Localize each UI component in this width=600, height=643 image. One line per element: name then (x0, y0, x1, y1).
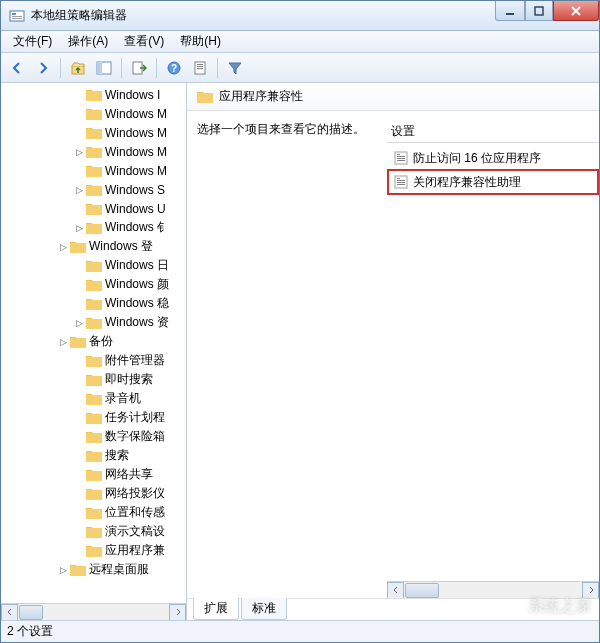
tree-item[interactable]: ▷Windows M (1, 142, 186, 161)
tree-item[interactable]: 演示文稿设 (1, 522, 186, 541)
expander-icon[interactable] (73, 393, 85, 405)
expander-icon[interactable]: ▷ (73, 184, 85, 196)
help-button[interactable]: ? (162, 56, 186, 80)
expander-icon[interactable]: ▷ (73, 317, 85, 329)
expander-icon[interactable] (73, 526, 85, 538)
tree-item-label: Windows M (105, 164, 167, 178)
expander-icon[interactable]: ▷ (73, 146, 85, 158)
titlebar[interactable]: 本地组策略编辑器 (1, 1, 599, 31)
expander-icon[interactable] (73, 450, 85, 462)
menu-view[interactable]: 查看(V) (116, 31, 172, 52)
scroll-left-button[interactable] (1, 604, 18, 621)
expander-icon[interactable] (73, 469, 85, 481)
tree-item[interactable]: ▷备份 (1, 332, 186, 351)
statusbar: 2 个设置 (1, 620, 599, 642)
expander-icon[interactable]: ▷ (57, 241, 69, 253)
forward-button[interactable] (31, 56, 55, 80)
tree-item[interactable]: Windows 日 (1, 256, 186, 275)
expander-icon[interactable] (73, 203, 85, 215)
folder-icon (197, 90, 213, 103)
tree-item[interactable]: 任务计划程 (1, 408, 186, 427)
tree-item[interactable]: 搜索 (1, 446, 186, 465)
back-button[interactable] (5, 56, 29, 80)
tree-item[interactable]: Windows M (1, 123, 186, 142)
svg-rect-18 (397, 156, 405, 157)
menu-action[interactable]: 操作(A) (60, 31, 116, 52)
tab-extended[interactable]: 扩展 (193, 598, 239, 620)
window-controls (495, 1, 599, 30)
expander-icon[interactable] (73, 355, 85, 367)
expander-icon[interactable] (73, 165, 85, 177)
expander-icon[interactable] (73, 488, 85, 500)
setting-label: 防止访问 16 位应用程序 (413, 150, 541, 167)
tree-item-label: Windows S (105, 183, 165, 197)
expander-icon[interactable]: ▷ (57, 336, 69, 348)
expander-icon[interactable] (73, 545, 85, 557)
tree-item[interactable]: ▷Windows 资 (1, 313, 186, 332)
show-hide-tree-button[interactable] (92, 56, 116, 80)
tree-item[interactable]: ▷远程桌面服 (1, 560, 186, 579)
expander-icon[interactable] (73, 412, 85, 424)
tree-item[interactable]: Windows M (1, 104, 186, 123)
maximize-button[interactable] (525, 1, 553, 21)
tree-item-label: 附件管理器 (105, 352, 165, 369)
tab-standard[interactable]: 标准 (241, 598, 287, 620)
up-button[interactable] (66, 56, 90, 80)
tree-item[interactable]: 录音机 (1, 389, 186, 408)
tree-item[interactable]: 网络投影仪 (1, 484, 186, 503)
detail-body: 选择一个项目来查看它的描述。 设置 防止访问 16 位应用程序关闭程序兼容性助理 (187, 111, 599, 598)
tree-item[interactable]: 应用程序兼 (1, 541, 186, 560)
tree-item[interactable]: ▷Windows S (1, 180, 186, 199)
detail-settings-pane: 设置 防止访问 16 位应用程序关闭程序兼容性助理 (387, 121, 599, 598)
expander-icon[interactable] (73, 431, 85, 443)
expander-icon[interactable] (73, 89, 85, 101)
expander-icon[interactable] (73, 374, 85, 386)
expander-icon[interactable] (73, 260, 85, 272)
svg-rect-3 (12, 18, 22, 19)
scroll-left-button[interactable] (387, 582, 404, 599)
expander-icon[interactable] (73, 507, 85, 519)
tree-item[interactable]: Windows I (1, 85, 186, 104)
tree-item-label: Windows M (105, 145, 167, 159)
column-header-setting[interactable]: 设置 (387, 121, 599, 143)
expander-icon[interactable] (73, 298, 85, 310)
minimize-button[interactable] (495, 1, 525, 21)
scroll-thumb[interactable] (19, 605, 43, 620)
filter-button[interactable] (223, 56, 247, 80)
detail-horizontal-scrollbar[interactable] (387, 581, 599, 598)
detail-title: 应用程序兼容性 (219, 88, 303, 105)
tree-item[interactable]: ▷Windows 钅 (1, 218, 186, 237)
tree-item[interactable]: 附件管理器 (1, 351, 186, 370)
tree-item[interactable]: Windows M (1, 161, 186, 180)
tree-horizontal-scrollbar[interactable] (1, 603, 186, 620)
close-button[interactable] (553, 1, 599, 21)
expander-icon[interactable]: ▷ (57, 564, 69, 576)
tree-item[interactable]: 数字保险箱 (1, 427, 186, 446)
detail-description-pane: 选择一个项目来查看它的描述。 (197, 121, 387, 598)
setting-label: 关闭程序兼容性助理 (413, 174, 521, 191)
scroll-right-button[interactable] (582, 582, 599, 599)
menu-file[interactable]: 文件(F) (5, 31, 60, 52)
scroll-right-button[interactable] (169, 604, 186, 621)
tree-item[interactable]: Windows U (1, 199, 186, 218)
bottom-tabs: 扩展 标准 (187, 598, 599, 620)
expander-icon[interactable] (73, 127, 85, 139)
tree-item[interactable]: 位置和传感 (1, 503, 186, 522)
setting-item[interactable]: 关闭程序兼容性助理 (387, 169, 599, 195)
expander-icon[interactable] (73, 279, 85, 291)
expander-icon[interactable] (73, 108, 85, 120)
expander-icon[interactable]: ▷ (73, 222, 85, 234)
tree-item[interactable]: 即时搜索 (1, 370, 186, 389)
menu-help[interactable]: 帮助(H) (172, 31, 229, 52)
tree-item[interactable]: ▷Windows 登 (1, 237, 186, 256)
tree-item-label: 数字保险箱 (105, 428, 165, 445)
tree-item[interactable]: Windows 颜 (1, 275, 186, 294)
tree-item[interactable]: 网络共享 (1, 465, 186, 484)
export-button[interactable] (127, 56, 151, 80)
tree-item-label: 远程桌面服 (89, 561, 149, 578)
tree-item[interactable]: Windows 稳 (1, 294, 186, 313)
tree-view[interactable]: Windows IWindows MWindows M▷Windows MWin… (1, 83, 186, 603)
scroll-thumb[interactable] (405, 583, 439, 598)
setting-item[interactable]: 防止访问 16 位应用程序 (387, 147, 599, 169)
properties-button[interactable] (188, 56, 212, 80)
